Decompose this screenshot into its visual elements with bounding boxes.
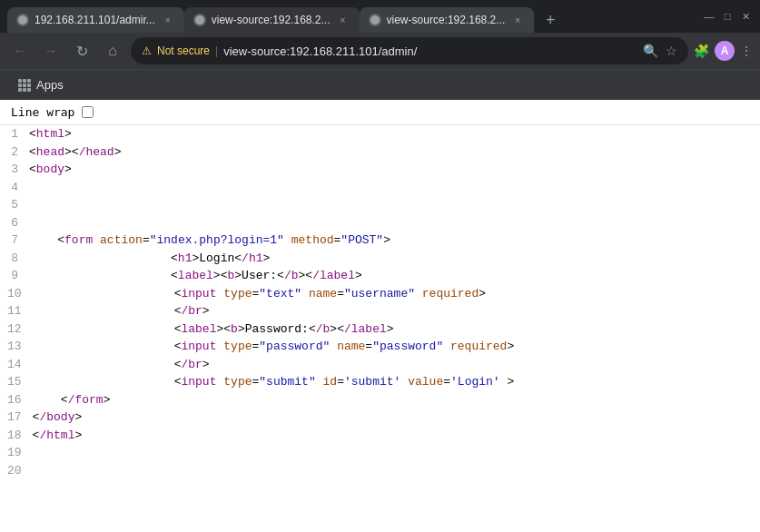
reload-button[interactable]: ↻ — [69, 38, 94, 64]
code-line-4: 4 — [0, 179, 760, 197]
tab-bar: 192.168.211.101/admir... × view-source:1… — [7, 0, 695, 33]
code-line-14: 14 </br> — [0, 356, 760, 374]
code-line-11: 11 </br> — [0, 302, 760, 320]
url-icons: 🔍 ☆ — [643, 44, 677, 58]
tab-1-title: 192.168.211.101/admir... — [35, 14, 155, 26]
line-number-11: 11 — [0, 302, 33, 320]
line-number-19: 19 — [0, 444, 33, 462]
line-content-20 — [33, 462, 760, 480]
line-content-1: <html> — [29, 125, 760, 143]
bookmarks-bar: Apps — [0, 69, 760, 100]
code-line-15: 15 <input type="submit" id='submit' valu… — [0, 373, 760, 391]
line-number-14: 14 — [0, 356, 33, 374]
source-toolbar: Line wrap — [0, 100, 760, 125]
line-number-12: 12 — [0, 320, 33, 339]
tab-3-title: view-source:192.168.2... — [387, 14, 506, 26]
not-secure-label: Not secure — [157, 44, 210, 57]
line-number-15: 15 — [0, 373, 33, 391]
line-content-16: </form> — [33, 391, 760, 409]
grid-dot — [18, 88, 22, 92]
line-number-16: 16 — [0, 391, 33, 409]
browser-window: 192.168.211.101/admir... × view-source:1… — [0, 0, 760, 532]
line-number-13: 13 — [0, 338, 33, 356]
code-line-2: 2<head></head> — [0, 143, 760, 162]
code-line-13: 13 <input type="password" name="password… — [0, 338, 760, 356]
line-content-2: <head></head> — [29, 143, 760, 162]
line-number-7: 7 — [0, 232, 29, 250]
code-line-3: 3<body> — [0, 161, 760, 179]
minimize-button[interactable]: — — [702, 9, 716, 24]
tab-3-close[interactable]: × — [510, 13, 525, 27]
code-line-6: 6 — [0, 214, 760, 232]
line-content-17: </body> — [33, 409, 760, 427]
window-controls: — □ ✕ — [702, 9, 753, 24]
line-number-18: 18 — [0, 427, 33, 445]
line-number-6: 6 — [0, 214, 29, 232]
url-box[interactable]: ⚠ Not secure | view-source:192.168.211.1… — [131, 37, 688, 64]
line-number-4: 4 — [0, 179, 29, 197]
line-number-3: 3 — [0, 161, 29, 179]
code-line-7: 7 <form action="index.php?login=1" metho… — [0, 232, 760, 250]
line-number-9: 9 — [0, 267, 29, 285]
code-line-12: 12 <label><b>Password:</b></label> — [0, 320, 760, 339]
line-wrap-label: Line wrap — [11, 105, 74, 119]
line-number-20: 20 — [0, 462, 33, 480]
bookmark-icon[interactable]: ☆ — [666, 44, 677, 58]
line-content-3: <body> — [29, 161, 760, 179]
tab-3[interactable]: view-source:192.168.2... × — [360, 7, 535, 33]
code-line-20: 20 — [0, 462, 760, 480]
puzzle-icon[interactable]: 🧩 — [694, 44, 709, 58]
url-divider: | — [215, 44, 218, 57]
line-number-5: 5 — [0, 196, 29, 214]
home-button[interactable]: ⌂ — [100, 38, 125, 64]
tab-1-favicon — [16, 14, 29, 26]
line-number-8: 8 — [0, 250, 29, 268]
zoom-icon: 🔍 — [643, 44, 658, 58]
url-text: view-source:192.168.211.101/admin/ — [223, 44, 637, 58]
tab-2-close[interactable]: × — [336, 13, 350, 27]
line-content-9: <label><b>User:</b></label> — [29, 267, 760, 285]
back-button[interactable]: ← — [7, 38, 33, 64]
tab-2-title: view-source:192.168.2... — [212, 14, 331, 26]
code-line-1: 1<html> — [0, 125, 760, 143]
line-content-6 — [29, 214, 760, 232]
line-content-19 — [33, 444, 760, 462]
code-line-18: 18</html> — [0, 427, 760, 445]
close-button[interactable]: ✕ — [738, 9, 753, 24]
forward-button[interactable]: → — [38, 38, 64, 64]
grid-dot — [27, 84, 31, 87]
code-line-8: 8 <h1>Login</h1> — [0, 250, 760, 268]
code-line-19: 19 — [0, 444, 760, 462]
profile-avatar[interactable]: A — [715, 41, 735, 61]
tab-1-close[interactable]: × — [161, 13, 175, 27]
code-line-10: 10 <input type="text" name="username" re… — [0, 285, 760, 303]
menu-icon[interactable]: ⋮ — [740, 44, 753, 58]
tab-3-favicon — [369, 14, 381, 26]
line-number-10: 10 — [0, 285, 33, 303]
apps-button[interactable]: Apps — [11, 74, 71, 95]
line-content-14: </br> — [33, 356, 760, 374]
content-area: Line wrap 1<html>2<head></head>3<body>4 … — [0, 100, 760, 532]
line-wrap-checkbox[interactable] — [82, 106, 94, 118]
line-content-15: <input type="submit" id='submit' value='… — [33, 373, 760, 391]
code-line-17: 17</body> — [0, 409, 760, 427]
tab-1[interactable]: 192.168.211.101/admir... × — [7, 7, 184, 33]
tab-2-favicon — [193, 14, 206, 26]
svg-point-1 — [195, 15, 204, 25]
line-content-7: <form action="index.php?login=1" method=… — [29, 232, 760, 250]
grid-dot — [23, 84, 26, 87]
svg-point-2 — [370, 15, 380, 25]
grid-dot — [18, 79, 22, 83]
apps-grid-icon — [18, 79, 31, 92]
line-content-18: </html> — [33, 427, 760, 445]
tab-2[interactable]: view-source:192.168.2... × — [184, 7, 360, 33]
apps-label: Apps — [36, 78, 64, 92]
title-bar: 192.168.211.101/admir... × view-source:1… — [0, 0, 760, 33]
code-line-9: 9 <label><b>User:</b></label> — [0, 267, 760, 285]
line-content-11: </br> — [33, 302, 760, 320]
line-content-8: <h1>Login</h1> — [29, 250, 760, 268]
line-number-2: 2 — [0, 143, 29, 162]
line-content-12: <label><b>Password:</b></label> — [33, 320, 760, 339]
maximize-button[interactable]: □ — [720, 9, 735, 24]
new-tab-button[interactable]: + — [538, 7, 563, 33]
